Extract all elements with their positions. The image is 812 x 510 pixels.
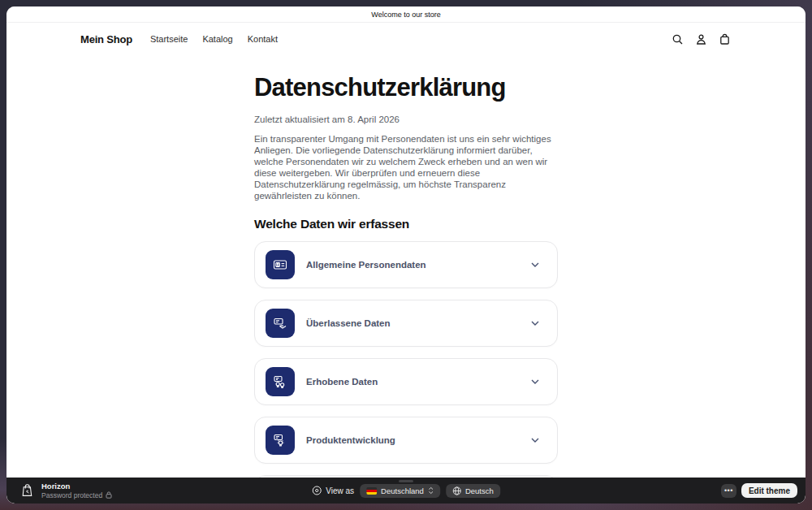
chevron-down-icon — [529, 434, 541, 446]
theme-info: Horizon Password protected — [21, 482, 112, 500]
accordion-label: Überlassene Daten — [306, 318, 391, 328]
accordion-label: Allgemeine Personendaten — [306, 260, 426, 270]
last-updated-text: Zuletzt aktualisiert am 8. April 2026 — [254, 115, 558, 124]
shop-name-link[interactable]: Mein Shop — [80, 33, 132, 45]
store-preview-window: Welcome to our store Mein Shop Startseit… — [6, 6, 806, 504]
country-selector[interactable]: Deutschland — [360, 484, 440, 498]
cart-icon[interactable] — [719, 33, 731, 45]
nav-startseite[interactable]: Startseite — [150, 34, 188, 44]
language-label: Deutsch — [465, 486, 494, 495]
eye-icon — [312, 486, 322, 495]
nav-katalog[interactable]: Katalog — [202, 34, 232, 44]
view-as-label: View as — [326, 486, 354, 495]
nav-kontakt[interactable]: Kontakt — [248, 34, 278, 44]
country-label: Deutschland — [381, 486, 424, 495]
drag-handle[interactable] — [399, 480, 413, 482]
accordion-allgemeine-personendaten[interactable]: Allgemeine Personendaten — [254, 241, 558, 288]
announcement-text: Welcome to our store — [371, 11, 440, 19]
bar-actions: ••• Edit theme — [721, 483, 797, 498]
page-title: Datenschutzerklärung — [254, 73, 558, 102]
germany-flag-icon — [366, 487, 377, 495]
more-options-button[interactable]: ••• — [721, 484, 736, 498]
section-heading: Welche Daten wir erfassen — [254, 217, 558, 231]
edit-theme-button[interactable]: Edit theme — [741, 483, 797, 498]
accordion-erhobene-daten[interactable]: Erhobene Daten — [254, 358, 558, 405]
shopify-logo-icon — [21, 483, 34, 498]
account-icon[interactable] — [695, 33, 707, 45]
accordion-ueberlassene-daten[interactable]: Überlassene Daten — [254, 300, 558, 347]
accordion-produktentwicklung[interactable]: Produktentwicklung — [254, 417, 558, 464]
theme-preview-bar: Horizon Password protected View as — [6, 478, 806, 504]
intro-paragraph: Ein transparenter Umgang mit Personendat… — [254, 133, 558, 201]
chevron-down-icon — [529, 259, 541, 270]
language-selector[interactable]: Deutsch — [446, 484, 500, 498]
id-card-icon — [266, 250, 295, 279]
chevron-down-icon — [529, 376, 541, 387]
view-as-control[interactable]: View as — [312, 486, 354, 495]
announcement-bar: Welcome to our store — [6, 6, 806, 23]
accordion-label: Erhobene Daten — [306, 377, 378, 387]
privacy-page-content: Datenschutzerklärung Zuletzt aktualisier… — [254, 73, 558, 504]
lock-icon — [106, 491, 112, 499]
site-header: Mein Shop Startseite Katalog Kontakt — [6, 23, 806, 55]
main-nav: Startseite Katalog Kontakt — [150, 34, 278, 44]
theme-text-block: Horizon Password protected — [41, 482, 112, 500]
updown-chevrons-icon — [428, 486, 434, 495]
header-icons — [672, 33, 793, 45]
preview-controls: View as Deutschland Deutsch — [312, 484, 500, 498]
idea-bulb-icon — [266, 426, 295, 455]
search-icon[interactable] — [672, 33, 684, 45]
accordion-label: Produktentwicklung — [306, 435, 395, 445]
accordion-list: Allgemeine Personendaten Überlassene Dat… — [254, 241, 558, 504]
password-protected-status: Password protected — [41, 491, 112, 500]
hand-document-icon — [266, 309, 295, 338]
globe-icon — [452, 486, 461, 495]
chevron-down-icon — [529, 318, 541, 329]
theme-name: Horizon — [41, 482, 112, 491]
collected-data-icon — [266, 367, 295, 396]
